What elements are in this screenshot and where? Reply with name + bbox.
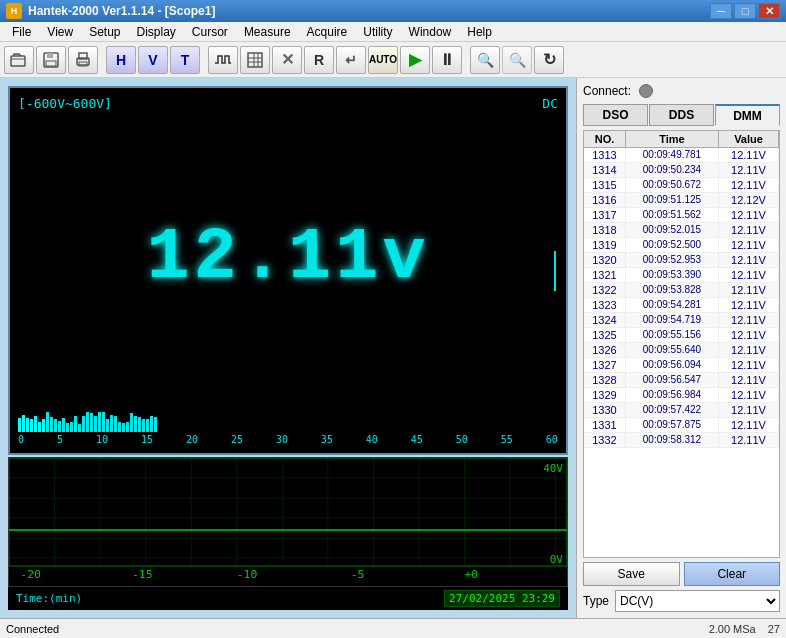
table-row[interactable]: 1324 00:09:54.719 12.11V [584,313,779,328]
toolbar-H[interactable]: H [106,46,136,74]
right-panel: Connect: DSO DDS DMM NO. Time Value 1313… [576,78,786,618]
tab-dmm[interactable]: DMM [715,104,780,126]
toolbar-V[interactable]: V [138,46,168,74]
tab-dso[interactable]: DSO [583,104,648,126]
cell-no: 1332 [584,433,626,447]
menu-setup[interactable]: Setup [81,22,128,42]
svg-text:-15: -15 [132,569,153,581]
toolbar-zoom-in[interactable]: 🔍 [470,46,500,74]
menu-window[interactable]: Window [401,22,460,42]
cell-time: 00:09:52.500 [626,238,719,252]
toolbar-R[interactable]: R [304,46,334,74]
cell-no: 1314 [584,163,626,177]
scope-display: [-600V~600V] DC 12.11v 05101520253035404… [0,78,576,618]
col-time: Time [626,131,719,147]
table-row[interactable]: 1318 00:09:52.015 12.11V [584,223,779,238]
cell-no: 1319 [584,238,626,252]
menu-acquire[interactable]: Acquire [299,22,356,42]
type-select[interactable]: DC(V) AC(V) DC(mV) Resistance Diode Cont… [615,590,780,612]
menu-help[interactable]: Help [459,22,500,42]
toolbar-save[interactable] [36,46,66,74]
time-label: Time:(min) [16,592,82,605]
svg-text:-5: -5 [351,569,365,581]
table-row[interactable]: 1329 00:09:56.984 12.11V [584,388,779,403]
table-row[interactable]: 1332 00:09:58.312 12.11V [584,433,779,448]
bar-tick [138,417,141,432]
clear-button[interactable]: Clear [684,562,781,586]
bar-tick [42,419,45,432]
menu-file[interactable]: File [4,22,39,42]
cell-no: 1321 [584,268,626,282]
tab-dds[interactable]: DDS [649,104,714,126]
toolbar-zoom-out[interactable]: 🔍 [502,46,532,74]
table-row[interactable]: 1328 00:09:56.547 12.11V [584,373,779,388]
table-row[interactable]: 1316 00:09:51.125 12.12V [584,193,779,208]
menu-measure[interactable]: Measure [236,22,299,42]
bar-tick [130,413,133,432]
table-body[interactable]: 1313 00:09:49.781 12.11V 1314 00:09:50.2… [584,148,779,557]
cell-no: 1318 [584,223,626,237]
table-row[interactable]: 1323 00:09:54.281 12.11V [584,298,779,313]
col-no: NO. [584,131,626,147]
menu-cursor[interactable]: Cursor [184,22,236,42]
toolbar-auto[interactable]: AUTO [368,46,398,74]
toolbar-grid[interactable] [240,46,270,74]
dmm-screen: [-600V~600V] DC 12.11v 05101520253035404… [8,86,568,455]
cell-time: 00:09:56.984 [626,388,719,402]
bar-tick [54,419,57,432]
chart-area: 40V 0V [8,457,568,587]
table-row[interactable]: 1321 00:09:53.390 12.11V [584,268,779,283]
connect-label: Connect: [583,84,631,98]
menu-display[interactable]: Display [129,22,184,42]
table-row[interactable]: 1315 00:09:50.672 12.11V [584,178,779,193]
table-row[interactable]: 1322 00:09:53.828 12.11V [584,283,779,298]
status-connected: Connected [6,623,59,635]
main-area: [-600V~600V] DC 12.11v 05101520253035404… [0,78,786,618]
bar-tick [118,422,121,432]
minimize-button[interactable]: ─ [710,3,732,19]
bar-tick [82,416,85,432]
table-row[interactable]: 1320 00:09:52.953 12.11V [584,253,779,268]
bar-tick [102,412,105,432]
table-row[interactable]: 1314 00:09:50.234 12.11V [584,163,779,178]
table-header: NO. Time Value [584,131,779,148]
status-bar: Connected 2.00 MSa 27 [0,618,786,638]
table-row[interactable]: 1330 00:09:57.422 12.11V [584,403,779,418]
table-row[interactable]: 1313 00:09:49.781 12.11V [584,148,779,163]
bar-tick [22,415,25,432]
toolbar-cross[interactable]: ✕ [272,46,302,74]
cell-no: 1323 [584,298,626,312]
bar-tick [70,422,73,432]
cell-value: 12.11V [719,433,779,447]
cell-value: 12.11V [719,313,779,327]
toolbar-open[interactable] [4,46,34,74]
status-samplerate: 2.00 MSa [709,623,756,635]
menu-utility[interactable]: Utility [355,22,400,42]
toolbar-pause[interactable]: ⏸ [432,46,462,74]
table-row[interactable]: 1331 00:09:57.875 12.11V [584,418,779,433]
toolbar-return[interactable]: ↵ [336,46,366,74]
save-button[interactable]: Save [583,562,680,586]
window-title: Hantek-2000 Ver1.1.14 - [Scope1] [28,4,215,18]
table-row[interactable]: 1319 00:09:52.500 12.11V [584,238,779,253]
toolbar-run[interactable]: ▶ [400,46,430,74]
window-controls: ─ □ ✕ [710,3,780,19]
bar-tick [74,416,77,432]
bar-tick [150,416,153,432]
table-row[interactable]: 1327 00:09:56.094 12.11V [584,358,779,373]
bar-tick [114,416,117,432]
table-row[interactable]: 1326 00:09:55.640 12.11V [584,343,779,358]
toolbar-print[interactable] [68,46,98,74]
toolbar-T[interactable]: T [170,46,200,74]
toolbar-refresh[interactable]: ↻ [534,46,564,74]
cell-value: 12.11V [719,223,779,237]
menu-view[interactable]: View [39,22,81,42]
close-button[interactable]: ✕ [758,3,780,19]
cell-time: 00:09:49.781 [626,148,719,162]
table-row[interactable]: 1325 00:09:55.156 12.11V [584,328,779,343]
maximize-button[interactable]: □ [734,3,756,19]
table-row[interactable]: 1317 00:09:51.562 12.11V [584,208,779,223]
bar-tick [66,423,69,432]
cell-time: 00:09:57.875 [626,418,719,432]
toolbar-pulse[interactable] [208,46,238,74]
